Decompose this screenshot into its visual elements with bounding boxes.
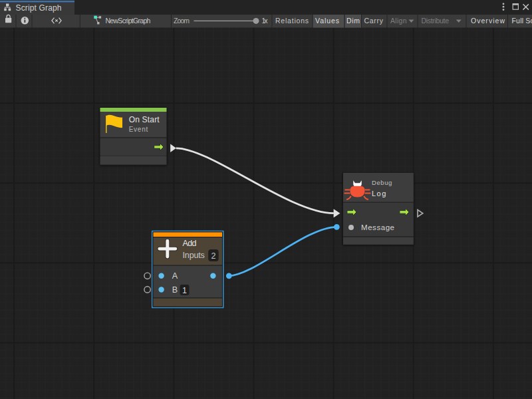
svg-text:Overview: Overview [471,17,505,25]
svg-text:1x: 1x [262,17,269,25]
svg-text:Values: Values [315,17,339,25]
svg-text:On Start: On Start [129,115,160,124]
svg-text:1: 1 [182,286,187,295]
svg-text:Carry: Carry [364,17,384,25]
svg-text:Full Scr: Full Scr [512,17,532,25]
svg-text:Zoom: Zoom [174,17,190,25]
svg-text:A: A [172,271,178,281]
svg-text:Align: Align [390,17,407,25]
svg-text:Dim: Dim [346,17,360,25]
svg-text:Event: Event [129,126,148,133]
svg-text:Relations: Relations [275,17,309,25]
svg-text:Message: Message [361,223,394,231]
svg-text:Script Graph: Script Graph [16,3,62,13]
svg-text:Distribute: Distribute [422,17,450,25]
svg-text:Add: Add [183,239,197,248]
svg-text:Debug: Debug [372,179,392,186]
svg-text:B: B [172,285,178,295]
svg-text:2: 2 [211,251,216,261]
svg-text:Log: Log [372,190,386,198]
svg-text:Inputs: Inputs [183,251,205,260]
svg-text:NewScriptGraph: NewScriptGraph [105,17,150,25]
